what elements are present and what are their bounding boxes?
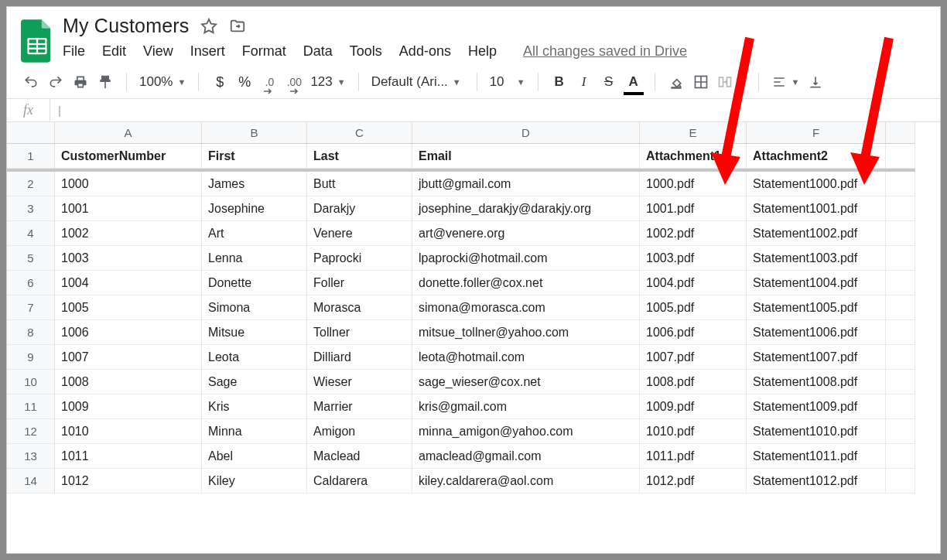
cell[interactable]: Dilliard: [307, 345, 412, 370]
cell[interactable]: Abel: [202, 444, 307, 469]
cell[interactable]: 1005.pdf: [640, 295, 747, 320]
cell[interactable]: 1002: [55, 221, 202, 246]
cell[interactable]: Venere: [307, 221, 412, 246]
paint-format-icon[interactable]: [97, 72, 114, 92]
font-family-select[interactable]: Default (Ari...▼: [371, 74, 464, 90]
cell[interactable]: 1010: [55, 419, 202, 444]
row-header[interactable]: 3: [7, 196, 55, 221]
cell[interactable]: Statement1009.pdf: [747, 394, 886, 419]
cell[interactable]: Morasca: [307, 295, 412, 320]
redo-icon[interactable]: [47, 72, 64, 92]
menu-file[interactable]: File: [63, 43, 85, 60]
cell[interactable]: Statement1008.pdf: [747, 370, 886, 394]
cell[interactable]: 1001: [55, 196, 202, 221]
cell[interactable]: Darakjy: [307, 196, 412, 221]
cell[interactable]: Donette: [202, 271, 307, 295]
row-header[interactable]: 11: [7, 394, 55, 419]
cell[interactable]: 1012.pdf: [640, 469, 747, 493]
cell[interactable]: Statement1003.pdf: [747, 246, 886, 271]
cell[interactable]: 1005: [55, 295, 202, 320]
number-format-select[interactable]: 123▼: [310, 74, 345, 90]
cell[interactable]: Statement1005.pdf: [747, 295, 886, 320]
cell[interactable]: Maclead: [307, 444, 412, 469]
cell[interactable]: Statement1006.pdf: [747, 320, 886, 345]
column-header-B[interactable]: B: [202, 122, 307, 144]
column-header-E[interactable]: E: [640, 122, 747, 144]
cell[interactable]: 1000: [55, 172, 202, 196]
header-cell[interactable]: Last: [307, 144, 412, 169]
cell[interactable]: [886, 419, 915, 444]
horizontal-align-icon[interactable]: ▼: [771, 74, 800, 90]
header-cell[interactable]: Attachment2: [747, 144, 886, 169]
cell[interactable]: 1007: [55, 345, 202, 370]
menu-insert[interactable]: Insert: [190, 43, 225, 60]
cell[interactable]: [886, 196, 915, 221]
cell[interactable]: 1009: [55, 394, 202, 419]
cell[interactable]: 1011: [55, 444, 202, 469]
select-all-corner[interactable]: [7, 122, 55, 144]
strikethrough-button[interactable]: S: [600, 72, 617, 92]
star-icon[interactable]: [200, 18, 217, 35]
cell[interactable]: 1010.pdf: [640, 419, 747, 444]
cell[interactable]: Statement1004.pdf: [747, 271, 886, 295]
cell[interactable]: 1007.pdf: [640, 345, 747, 370]
cell[interactable]: 1004.pdf: [640, 271, 747, 295]
cell[interactable]: Leota: [202, 345, 307, 370]
document-title[interactable]: My Customers: [63, 15, 190, 37]
cell[interactable]: leota@hotmail.com: [412, 345, 640, 370]
merge-cells-icon[interactable]: ▼: [717, 74, 746, 90]
cell[interactable]: 1003.pdf: [640, 246, 747, 271]
menu-addons[interactable]: Add-ons: [399, 43, 451, 60]
cell[interactable]: 1009.pdf: [640, 394, 747, 419]
row-header[interactable]: 14: [7, 469, 55, 493]
cell[interactable]: Statement1007.pdf: [747, 345, 886, 370]
cell[interactable]: Kris: [202, 394, 307, 419]
cell[interactable]: Minna: [202, 419, 307, 444]
row-header[interactable]: 4: [7, 221, 55, 246]
format-percent[interactable]: %: [236, 72, 253, 92]
row-header[interactable]: 8: [7, 320, 55, 345]
menu-help[interactable]: Help: [468, 43, 497, 60]
menu-format[interactable]: Format: [242, 43, 286, 60]
undo-icon[interactable]: [22, 72, 39, 92]
cell[interactable]: [886, 444, 915, 469]
cell[interactable]: Marrier: [307, 394, 412, 419]
cell[interactable]: Amigon: [307, 419, 412, 444]
cell[interactable]: art@venere.org: [412, 221, 640, 246]
column-header-D[interactable]: D: [412, 122, 640, 144]
increase-decimal-icon[interactable]: .00: [285, 72, 303, 92]
cell[interactable]: kiley.caldarera@aol.com: [412, 469, 640, 493]
cell[interactable]: Caldarera: [307, 469, 412, 493]
cell[interactable]: sage_wieser@cox.net: [412, 370, 640, 394]
zoom-select[interactable]: 100%▼: [139, 74, 186, 90]
cell[interactable]: James: [202, 172, 307, 196]
text-color-button[interactable]: A: [625, 72, 642, 92]
cell[interactable]: Lenna: [202, 246, 307, 271]
menu-edit[interactable]: Edit: [102, 43, 126, 60]
cell[interactable]: Statement1002.pdf: [747, 221, 886, 246]
bold-button[interactable]: B: [551, 72, 568, 92]
row-header[interactable]: 10: [7, 370, 55, 394]
vertical-align-icon[interactable]: [807, 72, 824, 92]
row-header[interactable]: 12: [7, 419, 55, 444]
cell[interactable]: 1003: [55, 246, 202, 271]
cell[interactable]: Statement1010.pdf: [747, 419, 886, 444]
cell[interactable]: Statement1000.pdf: [747, 172, 886, 196]
cell[interactable]: 1006.pdf: [640, 320, 747, 345]
row-header[interactable]: 7: [7, 295, 55, 320]
cell[interactable]: simona@morasca.com: [412, 295, 640, 320]
font-size-select[interactable]: 10▼: [490, 74, 525, 90]
column-header-blank[interactable]: [886, 122, 915, 144]
cell[interactable]: Paprocki: [307, 246, 412, 271]
cell[interactable]: Mitsue: [202, 320, 307, 345]
column-header-A[interactable]: A: [55, 122, 202, 144]
cell[interactable]: Statement1011.pdf: [747, 444, 886, 469]
cell[interactable]: 1008: [55, 370, 202, 394]
format-currency[interactable]: $: [211, 72, 228, 92]
header-cell[interactable]: Attachment1: [640, 144, 747, 169]
decrease-decimal-icon[interactable]: .0: [261, 72, 278, 92]
menu-data[interactable]: Data: [303, 43, 333, 60]
cell[interactable]: lpaprocki@hotmail.com: [412, 246, 640, 271]
menu-tools[interactable]: Tools: [350, 43, 382, 60]
header-cell[interactable]: First: [202, 144, 307, 169]
